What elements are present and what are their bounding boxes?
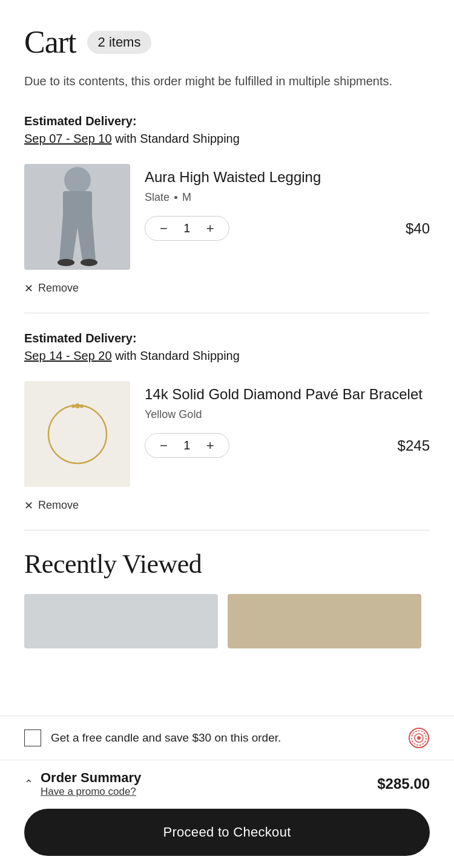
qty-increase-btn-2[interactable]: + xyxy=(204,439,217,452)
svg-point-6 xyxy=(80,404,84,408)
fulfillment-notice: Due to its contents, this order might be… xyxy=(24,72,430,90)
remove-label-1: Remove xyxy=(38,282,79,295)
order-summary-label-wrap: Order Summary Have a promo code? xyxy=(41,770,370,798)
item-color-1: Slate xyxy=(145,191,169,204)
item-qty-price-2: − 1 + $245 xyxy=(145,433,430,458)
svg-point-5 xyxy=(75,403,80,408)
order-summary-row: ⌃ Order Summary Have a promo code? $285.… xyxy=(0,760,454,803)
delivery-suffix-2: with Standard Shipping xyxy=(115,349,240,362)
delivery-label-1: Estimated Delivery: xyxy=(24,114,430,128)
delivery-date-range-2: Sep 14 - Sep 20 xyxy=(24,349,112,362)
item-color-2: Yellow Gold xyxy=(145,408,202,421)
delivery-label-2: Estimated Delivery: xyxy=(24,331,430,345)
delivery-section-1: Estimated Delivery: Sep 07 - Sep 10 with… xyxy=(24,114,430,146)
item-image-legging xyxy=(24,164,130,270)
promo-code-link[interactable]: Have a promo code? xyxy=(41,786,370,798)
item-name-1: Aura High Waisted Legging xyxy=(145,168,430,186)
item-variant-1: Slate M xyxy=(145,191,430,204)
bottom-bar: Get a free candle and save $30 on this o… xyxy=(0,716,454,868)
section-divider-1 xyxy=(24,313,430,313)
remove-label-2: Remove xyxy=(38,499,79,512)
item-details-1: Aura High Waisted Legging Slate M − 1 + … xyxy=(145,164,430,241)
recently-viewed-title: Recently Viewed xyxy=(24,549,430,579)
page-title: Cart xyxy=(24,24,76,60)
recently-viewed-section: Recently Viewed xyxy=(24,549,430,648)
recently-viewed-card-1[interactable] xyxy=(24,594,218,648)
section-divider-2 xyxy=(24,530,430,530)
promo-text: Get a free candle and save $30 on this o… xyxy=(51,731,398,745)
delivery-dates-1: Sep 07 - Sep 10 with Standard Shipping xyxy=(24,132,430,146)
item-qty-price-1: − 1 + $40 xyxy=(145,216,430,241)
variant-dot-1 xyxy=(174,196,177,199)
svg-rect-1 xyxy=(63,191,92,217)
item-price-2: $245 xyxy=(398,437,430,454)
delivery-suffix-1: with Standard Shipping xyxy=(115,132,240,145)
qty-value-1: 1 xyxy=(182,221,192,235)
qty-increase-btn-1[interactable]: + xyxy=(204,222,217,235)
qty-value-2: 1 xyxy=(182,439,192,452)
remove-icon-2: ✕ xyxy=(24,500,33,511)
checkout-button[interactable]: Proceed to Checkout xyxy=(24,809,430,856)
delivery-section-2: Estimated Delivery: Sep 14 - Sep 20 with… xyxy=(24,331,430,363)
remove-icon-1: ✕ xyxy=(24,283,33,294)
cart-header: Cart 2 items xyxy=(24,24,430,60)
svg-point-4 xyxy=(48,405,107,463)
item-details-2: 14k Solid Gold Diamond Pavé Bar Bracelet… xyxy=(145,381,430,458)
items-badge: 2 items xyxy=(87,31,152,54)
remove-btn-2[interactable]: ✕ Remove xyxy=(24,499,79,512)
cart-item-1: Aura High Waisted Legging Slate M − 1 + … xyxy=(24,164,430,270)
quantity-stepper-1: − 1 + xyxy=(145,216,229,241)
cart-item-2: 14k Solid Gold Diamond Pavé Bar Bracelet… xyxy=(24,381,430,487)
item-image-bracelet xyxy=(24,381,130,487)
item-variant-2: Yellow Gold xyxy=(145,408,430,421)
promo-icon xyxy=(408,727,430,749)
item-name-2: 14k Solid Gold Diamond Pavé Bar Bracelet xyxy=(145,385,430,403)
recently-viewed-card-2[interactable] xyxy=(228,594,421,648)
delivery-dates-2: Sep 14 - Sep 20 with Standard Shipping xyxy=(24,349,430,363)
qty-decrease-btn-2[interactable]: − xyxy=(157,439,170,452)
item-size-1: M xyxy=(182,191,191,204)
svg-point-0 xyxy=(64,167,91,194)
svg-point-3 xyxy=(81,259,97,266)
svg-point-7 xyxy=(71,404,75,408)
promo-row: Get a free candle and save $30 on this o… xyxy=(0,716,454,760)
remove-btn-1[interactable]: ✕ Remove xyxy=(24,282,79,295)
chevron-up-icon[interactable]: ⌃ xyxy=(24,777,33,791)
quantity-stepper-2: − 1 + xyxy=(145,433,229,458)
qty-decrease-btn-1[interactable]: − xyxy=(157,222,170,235)
recently-viewed-row xyxy=(24,594,430,648)
order-total: $285.00 xyxy=(377,775,430,792)
promo-checkbox[interactable] xyxy=(24,729,41,746)
delivery-date-range-1: Sep 07 - Sep 10 xyxy=(24,132,112,145)
svg-point-11 xyxy=(417,736,421,740)
item-price-1: $40 xyxy=(406,220,430,237)
svg-point-2 xyxy=(58,259,74,266)
order-summary-label: Order Summary xyxy=(41,770,141,785)
